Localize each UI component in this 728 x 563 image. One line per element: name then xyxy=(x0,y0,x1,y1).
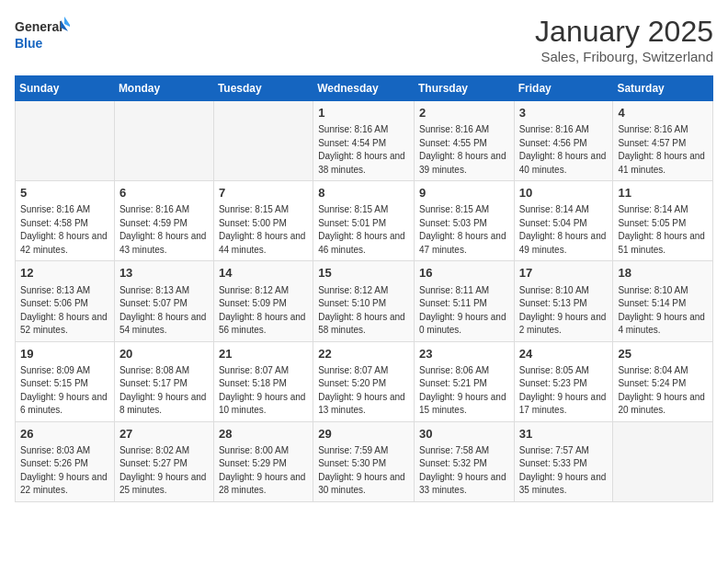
title-block: January 2025 Sales, Fribourg, Switzerlan… xyxy=(535,15,713,64)
day-number: 3 xyxy=(519,105,609,121)
calendar-cell xyxy=(213,101,313,181)
day-info: Sunrise: 8:13 AM Sunset: 5:07 PM Dayligh… xyxy=(119,284,209,338)
day-info: Sunrise: 8:14 AM Sunset: 5:05 PM Dayligh… xyxy=(618,203,708,257)
calendar-cell xyxy=(114,101,213,181)
day-info: Sunrise: 8:13 AM Sunset: 5:06 PM Dayligh… xyxy=(20,284,109,338)
calendar-cell: 6Sunrise: 8:16 AM Sunset: 4:59 PM Daylig… xyxy=(114,181,213,261)
day-number: 8 xyxy=(318,185,409,201)
day-info: Sunrise: 8:07 AM Sunset: 5:18 PM Dayligh… xyxy=(219,364,308,418)
day-info: Sunrise: 8:08 AM Sunset: 5:17 PM Dayligh… xyxy=(119,364,209,418)
calendar-cell: 23Sunrise: 8:06 AM Sunset: 5:21 PM Dayli… xyxy=(414,341,514,421)
day-number: 15 xyxy=(318,265,409,282)
calendar-cell: 11Sunrise: 8:14 AM Sunset: 5:05 PM Dayli… xyxy=(613,181,713,261)
day-info: Sunrise: 8:12 AM Sunset: 5:09 PM Dayligh… xyxy=(219,284,308,338)
month-year: January 2025 xyxy=(535,15,713,49)
day-number: 16 xyxy=(419,265,509,282)
calendar-table: SundayMondayTuesdayWednesdayThursdayFrid… xyxy=(15,75,713,502)
day-info: Sunrise: 8:16 AM Sunset: 4:55 PM Dayligh… xyxy=(419,123,509,177)
day-info: Sunrise: 8:15 AM Sunset: 5:00 PM Dayligh… xyxy=(219,203,308,257)
day-number: 12 xyxy=(20,265,109,282)
week-row-4: 19Sunrise: 8:09 AM Sunset: 5:15 PM Dayli… xyxy=(16,341,713,421)
calendar-cell xyxy=(16,101,115,181)
logo-svg: GeneralBlue xyxy=(15,15,70,53)
calendar-cell: 20Sunrise: 8:08 AM Sunset: 5:17 PM Dayli… xyxy=(114,341,213,421)
day-number: 1 xyxy=(318,105,409,121)
day-number: 21 xyxy=(219,346,308,362)
day-number: 30 xyxy=(419,426,509,442)
day-number: 17 xyxy=(519,265,609,282)
calendar-cell: 8Sunrise: 8:15 AM Sunset: 5:01 PM Daylig… xyxy=(313,181,415,261)
day-info: Sunrise: 8:14 AM Sunset: 5:04 PM Dayligh… xyxy=(519,203,609,257)
day-number: 25 xyxy=(618,346,708,362)
calendar-cell: 1Sunrise: 8:16 AM Sunset: 4:54 PM Daylig… xyxy=(313,101,415,181)
calendar-cell: 4Sunrise: 8:16 AM Sunset: 4:57 PM Daylig… xyxy=(613,101,713,181)
day-info: Sunrise: 8:10 AM Sunset: 5:14 PM Dayligh… xyxy=(618,284,708,338)
day-info: Sunrise: 7:58 AM Sunset: 5:32 PM Dayligh… xyxy=(419,444,509,498)
svg-text:General: General xyxy=(15,19,63,34)
day-info: Sunrise: 8:09 AM Sunset: 5:15 PM Dayligh… xyxy=(20,364,109,418)
day-number: 13 xyxy=(119,265,209,282)
calendar-cell: 7Sunrise: 8:15 AM Sunset: 5:00 PM Daylig… xyxy=(213,181,313,261)
day-info: Sunrise: 8:15 AM Sunset: 5:01 PM Dayligh… xyxy=(318,203,409,257)
day-info: Sunrise: 8:11 AM Sunset: 5:11 PM Dayligh… xyxy=(419,284,509,338)
week-row-3: 12Sunrise: 8:13 AM Sunset: 5:06 PM Dayli… xyxy=(16,261,713,341)
day-number: 10 xyxy=(519,185,609,201)
calendar-cell: 5Sunrise: 8:16 AM Sunset: 4:58 PM Daylig… xyxy=(16,181,115,261)
weekday-header-thursday: Thursday xyxy=(414,76,514,101)
day-number: 4 xyxy=(618,105,708,121)
day-info: Sunrise: 8:04 AM Sunset: 5:24 PM Dayligh… xyxy=(618,364,708,418)
svg-text:Blue: Blue xyxy=(15,36,43,51)
day-number: 28 xyxy=(219,426,308,442)
day-number: 6 xyxy=(119,185,209,201)
week-row-2: 5Sunrise: 8:16 AM Sunset: 4:58 PM Daylig… xyxy=(16,181,713,261)
calendar-cell: 30Sunrise: 7:58 AM Sunset: 5:32 PM Dayli… xyxy=(414,421,514,501)
day-number: 26 xyxy=(20,426,109,442)
day-info: Sunrise: 8:16 AM Sunset: 4:54 PM Dayligh… xyxy=(318,123,409,177)
day-number: 14 xyxy=(219,265,308,282)
day-number: 24 xyxy=(519,346,609,362)
week-row-5: 26Sunrise: 8:03 AM Sunset: 5:26 PM Dayli… xyxy=(16,421,713,501)
day-number: 11 xyxy=(618,185,708,201)
day-number: 20 xyxy=(119,346,209,362)
weekday-header-tuesday: Tuesday xyxy=(213,76,313,101)
calendar-cell: 16Sunrise: 8:11 AM Sunset: 5:11 PM Dayli… xyxy=(414,261,514,341)
calendar-cell: 12Sunrise: 8:13 AM Sunset: 5:06 PM Dayli… xyxy=(16,261,115,341)
calendar-cell: 19Sunrise: 8:09 AM Sunset: 5:15 PM Dayli… xyxy=(16,341,115,421)
calendar-cell: 18Sunrise: 8:10 AM Sunset: 5:14 PM Dayli… xyxy=(613,261,713,341)
day-info: Sunrise: 8:10 AM Sunset: 5:13 PM Dayligh… xyxy=(519,284,609,338)
calendar-cell: 25Sunrise: 8:04 AM Sunset: 5:24 PM Dayli… xyxy=(613,341,713,421)
week-row-1: 1Sunrise: 8:16 AM Sunset: 4:54 PM Daylig… xyxy=(16,101,713,181)
day-info: Sunrise: 8:16 AM Sunset: 4:59 PM Dayligh… xyxy=(119,203,209,257)
day-info: Sunrise: 7:59 AM Sunset: 5:30 PM Dayligh… xyxy=(318,444,409,498)
day-info: Sunrise: 8:12 AM Sunset: 5:10 PM Dayligh… xyxy=(318,284,409,338)
calendar-cell: 2Sunrise: 8:16 AM Sunset: 4:55 PM Daylig… xyxy=(414,101,514,181)
weekday-header-wednesday: Wednesday xyxy=(313,76,415,101)
day-info: Sunrise: 8:16 AM Sunset: 4:58 PM Dayligh… xyxy=(20,203,109,257)
weekday-header-monday: Monday xyxy=(114,76,213,101)
weekday-header-sunday: Sunday xyxy=(16,76,115,101)
day-number: 19 xyxy=(20,346,109,362)
calendar-cell: 17Sunrise: 8:10 AM Sunset: 5:13 PM Dayli… xyxy=(514,261,613,341)
svg-marker-3 xyxy=(64,17,70,28)
day-number: 23 xyxy=(419,346,509,362)
day-number: 9 xyxy=(419,185,509,201)
calendar-cell xyxy=(613,421,713,501)
calendar-cell: 10Sunrise: 8:14 AM Sunset: 5:04 PM Dayli… xyxy=(514,181,613,261)
day-number: 5 xyxy=(20,185,109,201)
day-info: Sunrise: 8:16 AM Sunset: 4:57 PM Dayligh… xyxy=(618,123,708,177)
day-number: 7 xyxy=(219,185,308,201)
calendar-cell: 28Sunrise: 8:00 AM Sunset: 5:29 PM Dayli… xyxy=(213,421,313,501)
logo: GeneralBlue xyxy=(15,15,70,53)
calendar-cell: 31Sunrise: 7:57 AM Sunset: 5:33 PM Dayli… xyxy=(514,421,613,501)
calendar-cell: 15Sunrise: 8:12 AM Sunset: 5:10 PM Dayli… xyxy=(313,261,415,341)
weekday-header-saturday: Saturday xyxy=(613,76,713,101)
calendar-cell: 13Sunrise: 8:13 AM Sunset: 5:07 PM Dayli… xyxy=(114,261,213,341)
location: Sales, Fribourg, Switzerland xyxy=(535,49,713,64)
calendar-cell: 9Sunrise: 8:15 AM Sunset: 5:03 PM Daylig… xyxy=(414,181,514,261)
calendar-cell: 26Sunrise: 8:03 AM Sunset: 5:26 PM Dayli… xyxy=(16,421,115,501)
day-info: Sunrise: 8:05 AM Sunset: 5:23 PM Dayligh… xyxy=(519,364,609,418)
calendar-cell: 14Sunrise: 8:12 AM Sunset: 5:09 PM Dayli… xyxy=(213,261,313,341)
day-number: 22 xyxy=(318,346,409,362)
day-info: Sunrise: 8:02 AM Sunset: 5:27 PM Dayligh… xyxy=(119,444,209,498)
day-info: Sunrise: 8:07 AM Sunset: 5:20 PM Dayligh… xyxy=(318,364,409,418)
